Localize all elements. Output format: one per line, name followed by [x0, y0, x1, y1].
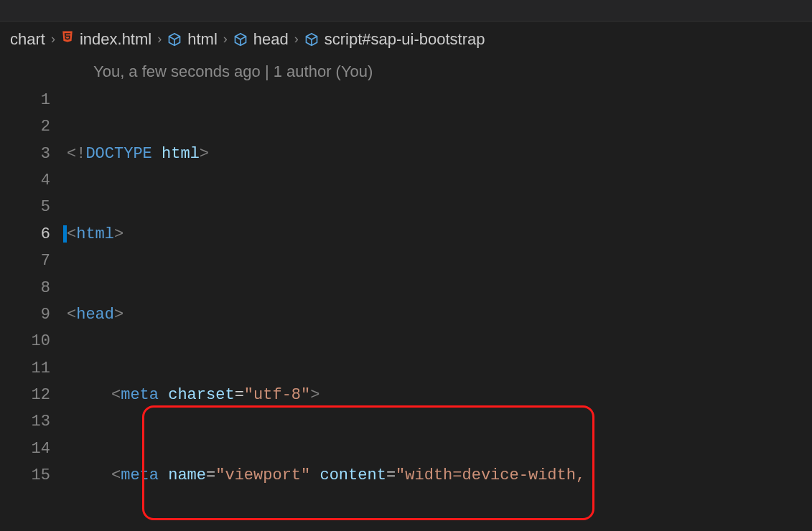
- breadcrumb-segment[interactable]: script#sap-ui-bootstrap: [325, 26, 485, 52]
- html5-icon: [61, 28, 74, 50]
- line-number: 12: [0, 382, 50, 408]
- line-number: 8: [0, 275, 50, 301]
- breadcrumb[interactable]: chart › index.html › html › head › scrip…: [0, 22, 812, 57]
- gitlens-file-annotation: You, a few seconds ago | 1 author (You): [0, 57, 812, 86]
- code-editor[interactable]: 1 2 3 4 5 6 7 8 9 10 11 12 13 14 15 <!DO…: [0, 87, 812, 531]
- symbol-icon: [233, 32, 248, 47]
- breadcrumb-segment[interactable]: html: [187, 26, 218, 52]
- breadcrumb-root[interactable]: chart: [10, 26, 45, 52]
- chevron-right-icon: ›: [51, 28, 55, 50]
- code-content[interactable]: <!DOCTYPE html> <html> <head> <meta char…: [65, 87, 812, 531]
- chevron-right-icon: ›: [223, 28, 228, 50]
- code-line: <meta charset="utf-8">: [65, 382, 812, 408]
- line-number: 14: [0, 436, 50, 462]
- code-line: <head>: [65, 301, 812, 328]
- line-number: 11: [0, 355, 50, 382]
- code-line: <!DOCTYPE html>: [65, 141, 812, 167]
- breadcrumb-segment[interactable]: head: [253, 26, 289, 52]
- line-number: 15: [0, 462, 50, 489]
- line-number: 10: [0, 328, 50, 354]
- symbol-icon: [167, 32, 182, 47]
- code-line: <html>: [65, 221, 812, 248]
- line-number: 4: [0, 167, 50, 194]
- line-number: 7: [0, 248, 50, 274]
- line-number: 3: [0, 141, 50, 167]
- code-line: <meta name="viewport" content="width=dev…: [65, 462, 812, 489]
- line-number: 6: [0, 221, 50, 248]
- chevron-right-icon: ›: [294, 28, 299, 50]
- chevron-right-icon: ›: [157, 28, 162, 50]
- symbol-icon: [304, 32, 319, 47]
- breadcrumb-file[interactable]: index.html: [80, 26, 151, 52]
- line-number: 9: [0, 301, 50, 328]
- line-number: 13: [0, 408, 50, 435]
- line-number: 1: [0, 87, 50, 113]
- line-gutter: 1 2 3 4 5 6 7 8 9 10 11 12 13 14 15: [0, 87, 65, 531]
- tab-bar: [0, 0, 812, 22]
- line-number: 5: [0, 194, 50, 220]
- line-number: 2: [0, 113, 50, 140]
